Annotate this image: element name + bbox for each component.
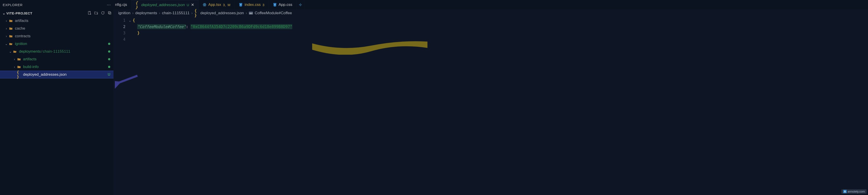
fold-chevron-icon[interactable]: ⌄ xyxy=(127,17,133,24)
breadcrumb: ignition › deployments › chain-11155111 … xyxy=(114,9,868,17)
collapse-all-icon[interactable] xyxy=(107,11,112,15)
tree-folder-artifacts-inner[interactable]: › artifacts xyxy=(0,55,114,63)
code-token: { xyxy=(133,18,135,23)
editor-pane: ignition › deployments › chain-11155111 … xyxy=(114,9,868,195)
tab-label: App.tsx xyxy=(209,2,221,7)
explorer-more-icon[interactable]: ⋯ xyxy=(107,2,111,7)
breadcrumb-item[interactable]: deployments xyxy=(135,11,157,15)
tree-label: contracts xyxy=(15,34,31,38)
line-number: 2 xyxy=(114,24,125,30)
css-icon: 3 xyxy=(273,3,277,7)
chevron-down-icon: ⌄ xyxy=(2,11,6,15)
symbol-string-icon: abc xyxy=(249,11,253,15)
explorer-header: EXPLORER ⋯ xyxy=(0,0,114,9)
tree-folder-ignition[interactable]: ⌄ ignition xyxy=(0,40,114,48)
tab-badge-num: 3, xyxy=(223,3,226,7)
tab-partial[interactable]: nfig.cjs xyxy=(114,0,131,9)
new-file-icon[interactable] xyxy=(87,11,91,15)
css-icon: 3 xyxy=(239,3,243,7)
tree-label: cache xyxy=(15,26,25,31)
svg-rect-11 xyxy=(108,11,110,13)
code-token: : xyxy=(186,24,188,29)
breadcrumb-item[interactable]: CoffeeModule#Coffee xyxy=(255,11,292,15)
code-content[interactable]: { "CoffeeModule#Coffee": "0xC8644fA354D7… xyxy=(133,17,292,42)
file-tree: › artifacts › cache › contracts ⌄ ig xyxy=(0,17,114,78)
folder-open-icon xyxy=(8,41,13,46)
svg-point-3 xyxy=(204,4,205,5)
tab-label: deployed_addresses.json xyxy=(141,3,185,7)
tree-label: artifacts xyxy=(15,19,29,23)
breadcrumb-item[interactable]: deployed_addresses.json xyxy=(200,11,244,15)
watermark-a-icon: A xyxy=(843,190,846,193)
breadcrumb-item[interactable]: ignition xyxy=(118,11,130,15)
folder-icon xyxy=(17,65,21,69)
tree-folder-deployments[interactable]: ⌄ deployments/chain-11155111 xyxy=(0,48,114,55)
tree-folder-cache[interactable]: › cache xyxy=(0,25,114,32)
code-token: "0xC8644fA354D7c2209cB6a9DFd9c6d18e899B8… xyxy=(191,24,292,29)
tree-folder-artifacts[interactable]: › artifacts xyxy=(0,17,114,25)
chevron-right-icon: › xyxy=(12,65,17,69)
tab-index-css[interactable]: 3 index.css 3 xyxy=(235,0,269,9)
tab-app-css[interactable]: 3 App.css xyxy=(269,0,297,9)
svg-text:3: 3 xyxy=(240,4,241,5)
svg-text:3: 3 xyxy=(274,4,275,5)
chevron-right-icon: › xyxy=(191,11,193,15)
folder-icon xyxy=(17,57,21,61)
folder-open-icon xyxy=(13,49,17,54)
tree-label: build-info xyxy=(23,65,39,69)
tab-extra-icon[interactable] xyxy=(297,0,305,9)
chevron-right-icon: › xyxy=(4,19,8,23)
project-section-header[interactable]: ⌄ VITE-PROJECT xyxy=(0,9,114,17)
tab-label: index.css xyxy=(245,2,260,7)
tree-label: artifacts xyxy=(23,57,37,61)
svg-point-6 xyxy=(300,4,301,5)
tab-app-tsx[interactable]: App.tsx 3, M xyxy=(198,0,235,9)
chevron-down-icon: ⌄ xyxy=(8,50,13,53)
line-number: 1 xyxy=(114,17,125,24)
refresh-icon[interactable] xyxy=(101,11,105,15)
tree-label: ignition xyxy=(15,41,27,46)
chevron-right-icon: › xyxy=(246,11,247,15)
line-number: 4 xyxy=(114,36,125,42)
watermark-badge: A annotely.com xyxy=(841,189,867,194)
new-folder-icon[interactable] xyxy=(94,11,98,15)
braces-icon: { } xyxy=(135,3,140,7)
tab-label: App.css xyxy=(279,2,292,7)
git-modified-dot-icon xyxy=(108,58,110,60)
tab-badge-num: 3 xyxy=(262,3,264,7)
chevron-right-icon: › xyxy=(132,11,133,15)
braces-icon: { } xyxy=(17,72,21,77)
tree-label: deployed_addresses.json xyxy=(23,72,67,77)
watermark-text: annotely.com xyxy=(848,190,865,193)
tab-badge-m: M xyxy=(228,3,230,7)
chevron-right-icon: › xyxy=(12,57,17,61)
react-icon xyxy=(203,3,207,7)
tree-sublabel: chain-11155111 xyxy=(43,49,70,54)
chevron-right-icon: › xyxy=(159,11,160,15)
fold-gutter: ⌄ xyxy=(127,17,133,42)
code-area[interactable]: 1 2 3 4 ⌄ { "CoffeeModule#Coffee": "0xC8… xyxy=(114,17,868,42)
tree-file-deployed-addresses[interactable]: › { } deployed_addresses.json U xyxy=(0,71,114,78)
git-modified-dot-icon xyxy=(108,51,110,53)
tab-deployed-addresses[interactable]: { } deployed_addresses.json U ✕ xyxy=(131,0,198,9)
project-name: VITE-PROJECT xyxy=(6,11,32,15)
close-icon[interactable]: ✕ xyxy=(191,2,194,7)
braces-icon: { } xyxy=(194,11,198,15)
svg-rect-12 xyxy=(109,12,111,14)
breadcrumb-item[interactable]: chain-11155111 xyxy=(162,11,190,15)
folder-icon xyxy=(8,19,13,23)
git-modified-dot-icon xyxy=(108,66,110,68)
line-number: 3 xyxy=(114,30,125,36)
svg-text:abc: abc xyxy=(249,12,252,14)
tab-badge-u: U xyxy=(187,3,189,7)
tree-folder-build-info[interactable]: › build-info xyxy=(0,63,114,71)
git-untracked-badge: U xyxy=(107,72,110,76)
tree-label: deployments xyxy=(19,49,41,54)
explorer-title: EXPLORER xyxy=(3,3,23,7)
code-token: "CoffeeModule#Coffee" xyxy=(137,24,186,29)
folder-icon xyxy=(8,26,13,31)
chevron-right-icon: › xyxy=(4,27,8,30)
chevron-right-icon: › xyxy=(4,34,8,38)
git-modified-dot-icon xyxy=(108,43,110,45)
tree-folder-contracts[interactable]: › contracts xyxy=(0,32,114,40)
